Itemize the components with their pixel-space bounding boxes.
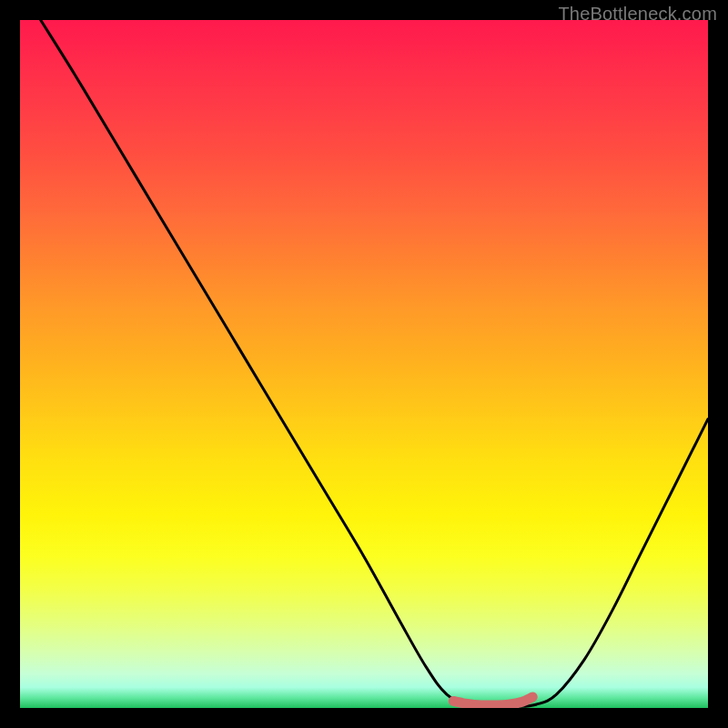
chart-frame: TheBottleneck.com <box>0 0 728 728</box>
bottleneck-curve <box>41 20 708 707</box>
plot-area <box>20 20 708 708</box>
curve-svg <box>20 20 708 708</box>
optimal-zone-highlight <box>453 697 532 705</box>
